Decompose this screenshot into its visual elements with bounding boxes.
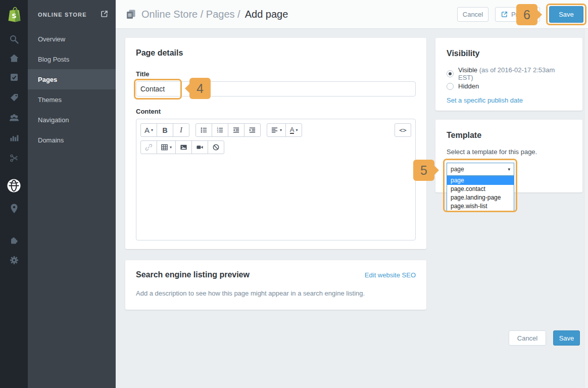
apps-puzzle-icon[interactable] (0, 232, 28, 248)
svg-text:3: 3 (217, 131, 218, 133)
vertical-scrollbar[interactable] (584, 29, 588, 388)
bullet-list-button[interactable] (195, 123, 212, 137)
footer-cancel-button[interactable]: Cancel (509, 330, 546, 346)
template-option-page-landing-page[interactable]: page.landing-page (447, 193, 514, 202)
discounts-icon[interactable] (0, 151, 28, 166)
reports-icon[interactable] (0, 130, 28, 145)
hidden-radio-row: Hidden (447, 82, 571, 90)
visibility-heading: Visibility (447, 49, 571, 58)
online-store-globe-icon[interactable] (0, 178, 28, 193)
icon-rail: S (0, 0, 28, 388)
hidden-radio[interactable] (447, 83, 454, 90)
title-input[interactable] (136, 81, 416, 96)
seo-description: Add a description to see how this page m… (136, 289, 416, 297)
outdent-icon (232, 126, 240, 134)
visibility-card: Visibility Visible (as of 2016-02-17 2:5… (435, 38, 582, 111)
numbered-list-icon: 123 (216, 126, 224, 134)
seo-preview-card: Search engine listing preview Edit websi… (125, 260, 426, 310)
insert-link-button[interactable] (140, 140, 157, 154)
chevron-down-icon: ▾ (151, 128, 153, 132)
template-select[interactable]: page ▾ (447, 163, 514, 176)
format-dropdown-button[interactable]: A▾ (140, 123, 157, 137)
chevron-down-icon: ▾ (170, 145, 172, 150)
sidebar-item-blog-posts[interactable]: Blog Posts (28, 49, 116, 69)
breadcrumb-current: Add page (245, 9, 288, 20)
seo-heading: Search engine listing preview (136, 270, 250, 279)
header-cancel-button[interactable]: Cancel (457, 7, 488, 22)
table-icon (161, 143, 168, 151)
shopify-bag-icon: S (7, 6, 22, 23)
set-publish-date-link[interactable]: Set a specific publish date (447, 96, 523, 104)
rich-text-editor: A▾ B I 123 (136, 119, 416, 240)
indent-icon (249, 126, 256, 134)
content-label: Content (136, 108, 416, 115)
template-selected-value: page (451, 166, 464, 173)
home-icon[interactable] (0, 51, 28, 66)
breadcrumb: Online Store / Pages / Add page (125, 0, 288, 29)
template-card: Template Select a template for this page… (435, 120, 582, 192)
image-icon (180, 143, 187, 151)
shopify-logo[interactable]: S (0, 3, 28, 26)
sidebar-item-pages[interactable]: Pages (28, 69, 116, 89)
bullet-list-icon (200, 126, 208, 134)
online-store-sidebar: ONLINE STORE Overview Blog Posts Pages T… (28, 0, 116, 388)
sidebar-item-domains[interactable]: Domains (28, 130, 116, 150)
template-option-page-contact[interactable]: page.contact (447, 185, 514, 193)
customers-icon[interactable] (0, 110, 28, 125)
sidebar-item-navigation[interactable]: Navigation (28, 110, 116, 130)
italic-button[interactable]: I (173, 123, 189, 137)
html-code-view-button[interactable]: <> (395, 123, 411, 137)
content-editor-area[interactable] (136, 154, 415, 240)
title-label: Title (136, 70, 416, 78)
insert-table-dropdown-button[interactable]: ▾ (157, 140, 176, 154)
indent-button[interactable] (244, 123, 261, 137)
template-heading: Template (447, 131, 571, 140)
annotation-marker-4: 4 (189, 78, 211, 99)
sidebar-section-title: ONLINE STORE (38, 12, 87, 18)
video-camera-icon (196, 143, 204, 151)
products-tag-icon[interactable] (0, 90, 28, 105)
clear-formatting-button[interactable] (208, 140, 224, 154)
edit-website-seo-link[interactable]: Edit website SEO (365, 271, 416, 279)
page-header: Online Store / Pages / Add page Cancel P… (116, 0, 588, 29)
orders-icon[interactable] (0, 70, 28, 85)
chevron-down-icon: ▾ (296, 128, 298, 132)
visible-label: Visible (as of 2016-02-17 2:53am EST) (458, 66, 571, 81)
template-option-list: page page.contact page.landing-page page… (447, 176, 514, 211)
clear-formatting-icon (212, 143, 220, 151)
insert-image-button[interactable] (175, 140, 192, 154)
text-color-dropdown-button[interactable]: A▾ (285, 123, 302, 137)
page-details-card: Page details Title 4 Content A▾ B I (125, 38, 426, 249)
page-details-heading: Page details (136, 48, 416, 58)
visible-radio-row: Visible (as of 2016-02-17 2:53am EST) (447, 66, 571, 81)
breadcrumb-parent-links[interactable]: Online Store / Pages / (141, 9, 240, 20)
preview-external-link-icon (501, 11, 508, 18)
template-option-page[interactable]: page (447, 176, 514, 185)
view-storefront-external-link-icon[interactable] (100, 10, 109, 20)
settings-gear-icon[interactable] (0, 253, 28, 268)
svg-text:S: S (12, 12, 16, 20)
align-left-icon (271, 126, 278, 134)
bold-button[interactable]: B (157, 123, 173, 137)
insert-video-button[interactable] (191, 140, 208, 154)
numbered-list-button[interactable]: 123 (212, 123, 228, 137)
outdent-button[interactable] (228, 123, 244, 137)
visible-radio[interactable] (447, 70, 454, 77)
search-icon[interactable] (0, 32, 28, 47)
template-option-page-wish-list[interactable]: page.wish-list (447, 202, 514, 211)
hidden-label: Hidden (458, 82, 479, 90)
chevron-down-icon: ▾ (280, 128, 282, 132)
template-description: Select a template for this page. (447, 148, 571, 156)
annotation-marker-5: 5 (413, 160, 434, 181)
sidebar-item-themes[interactable]: Themes (28, 89, 116, 110)
link-icon (145, 143, 153, 151)
footer-save-button[interactable]: Save (553, 330, 580, 346)
header-save-button[interactable]: Save (549, 6, 583, 23)
alignment-dropdown-button[interactable]: ▾ (267, 123, 286, 137)
annotation-marker-6: 6 (516, 4, 537, 25)
locations-pin-icon[interactable] (0, 201, 28, 216)
select-arrow-icon: ▾ (508, 167, 510, 172)
main-content: Page details Title 4 Content A▾ B I (116, 29, 588, 388)
sidebar-item-overview[interactable]: Overview (28, 29, 116, 49)
pages-icon (125, 9, 137, 20)
